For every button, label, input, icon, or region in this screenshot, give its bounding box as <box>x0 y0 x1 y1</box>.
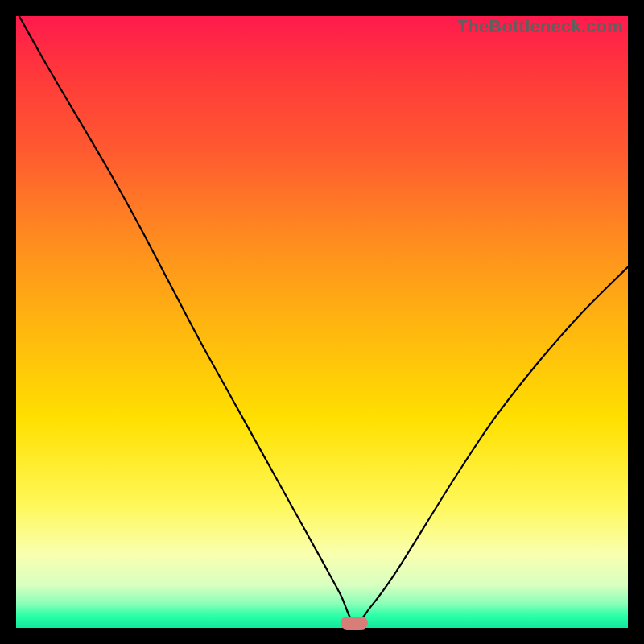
bottleneck-curve <box>16 16 628 628</box>
optimum-marker <box>341 617 368 630</box>
plot-area: TheBottleneck.com <box>16 16 628 628</box>
chart-frame: TheBottleneck.com <box>0 0 644 644</box>
